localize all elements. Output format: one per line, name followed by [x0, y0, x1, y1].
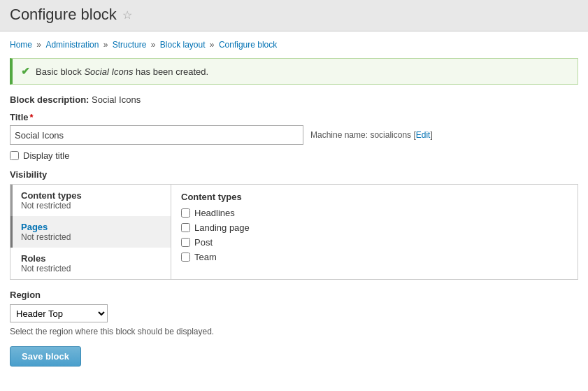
visibility-tabs: Content types Not restricted Pages Not r… — [10, 185, 171, 279]
label-headlines: Headlines — [194, 208, 235, 218]
list-item: Landing page — [181, 222, 568, 233]
content-panel-title: Content types — [181, 192, 568, 202]
region-select-row: Header Top Header Primary menu Secondary… — [10, 304, 578, 322]
tab-pages-subtitle: Not restricted — [21, 232, 162, 242]
region-help-text: Select the region where this block shoul… — [10, 327, 578, 336]
breadcrumb-configure-block[interactable]: Configure block — [219, 40, 277, 50]
block-description: Block description: Social Icons — [10, 94, 578, 105]
label-team: Team — [194, 252, 217, 262]
tab-roles-title: Roles — [21, 253, 162, 264]
status-message: ✔ Basic block Social Icons has been crea… — [10, 58, 578, 85]
label-post: Post — [194, 237, 213, 248]
visibility-tab-pages[interactable]: Pages Not restricted — [10, 216, 171, 248]
machine-name: Machine name: socialicons [Edit] — [310, 130, 433, 140]
visibility-label: Visibility — [10, 169, 578, 180]
region-label: Region — [10, 290, 578, 300]
breadcrumb-sep-1: » — [36, 40, 43, 50]
list-item: Post — [181, 237, 568, 248]
page-header: Configure block ☆ — [0, 0, 588, 31]
checkbox-headlines[interactable] — [181, 208, 190, 218]
checkbox-landing-page[interactable] — [181, 223, 190, 232]
breadcrumb-structure[interactable]: Structure — [113, 40, 147, 50]
label-landing-page: Landing page — [194, 222, 250, 233]
status-italic: Social Icons — [84, 66, 133, 77]
visibility-tab-roles[interactable]: Roles Not restricted — [10, 248, 171, 279]
title-label: Title* — [10, 112, 578, 122]
checkbox-team[interactable] — [181, 253, 190, 262]
check-icon: ✔ — [21, 65, 30, 78]
breadcrumb-administration[interactable]: Administration — [45, 40, 99, 50]
breadcrumb-block-layout[interactable]: Block layout — [160, 40, 206, 50]
title-row: Machine name: socialicons [Edit] — [10, 125, 578, 145]
block-description-value: Social Icons — [92, 94, 141, 105]
breadcrumb-sep-4: » — [210, 40, 217, 50]
list-item: Team — [181, 252, 568, 262]
tab-pages-title: Pages — [21, 222, 162, 232]
visibility-box: Content types Not restricted Pages Not r… — [10, 184, 578, 280]
display-title-label: Display title — [23, 150, 69, 161]
display-title-checkbox[interactable] — [10, 151, 19, 160]
breadcrumb-sep-3: » — [151, 40, 158, 50]
checkbox-post[interactable] — [181, 238, 190, 247]
visibility-tab-content-types[interactable]: Content types Not restricted — [10, 185, 171, 216]
list-item: Headlines — [181, 208, 568, 218]
breadcrumb-home[interactable]: Home — [10, 40, 32, 50]
tab-content-types-title: Content types — [21, 190, 162, 201]
required-mark: * — [30, 112, 34, 122]
title-input[interactable] — [10, 125, 303, 145]
tab-content-types-subtitle: Not restricted — [21, 201, 162, 211]
breadcrumb-sep-2: » — [103, 40, 110, 50]
machine-name-edit-link[interactable]: Edit — [416, 130, 431, 140]
tab-roles-subtitle: Not restricted — [21, 264, 162, 273]
page-title: Configure block — [10, 6, 117, 24]
content-types-list: Headlines Landing page Post Team — [181, 208, 568, 262]
bookmark-icon[interactable]: ☆ — [122, 8, 132, 22]
breadcrumb: Home » Administration » Structure » Bloc… — [10, 40, 578, 50]
visibility-content-panel: Content types Headlines Landing page Pos… — [171, 185, 578, 279]
content-area: Home » Administration » Structure » Bloc… — [0, 31, 588, 375]
display-title-row: Display title — [10, 150, 578, 161]
status-text: Basic block Social Icons has been create… — [36, 66, 208, 77]
block-description-label: Block description: — [10, 94, 89, 105]
save-block-button[interactable]: Save block — [10, 346, 81, 367]
region-select[interactable]: Header Top Header Primary menu Secondary… — [10, 304, 108, 322]
